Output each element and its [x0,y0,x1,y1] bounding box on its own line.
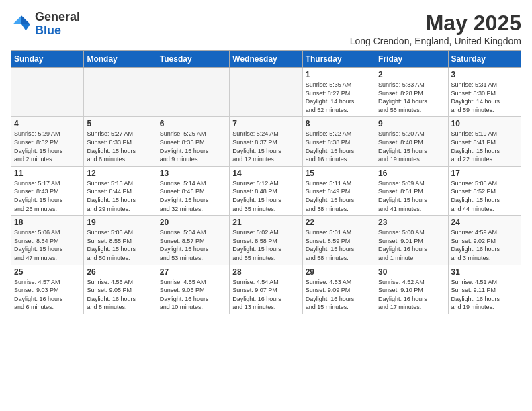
calendar-week-row: 18Sunrise: 5:06 AM Sunset: 8:54 PM Dayli… [11,216,521,265]
day-number: 23 [378,218,445,227]
calendar-cell [157,68,229,117]
day-info: Sunrise: 4:56 AM Sunset: 9:05 PM Dayligh… [87,278,153,312]
svg-marker-2 [13,15,21,24]
calendar-week-row: 25Sunrise: 4:57 AM Sunset: 9:03 PM Dayli… [11,265,521,314]
day-info: Sunrise: 4:55 AM Sunset: 9:06 PM Dayligh… [160,278,226,312]
day-info: Sunrise: 5:20 AM Sunset: 8:40 PM Dayligh… [378,130,445,163]
calendar-cell: 29Sunrise: 4:53 AM Sunset: 9:09 PM Dayli… [302,265,375,314]
day-number: 22 [306,218,372,227]
day-info: Sunrise: 5:31 AM Sunset: 8:30 PM Dayligh… [451,81,518,114]
day-info: Sunrise: 5:14 AM Sunset: 8:46 PM Dayligh… [160,179,226,213]
day-info: Sunrise: 5:24 AM Sunset: 8:37 PM Dayligh… [232,130,299,163]
day-number: 30 [378,267,445,277]
weekday-header: Monday [84,51,157,68]
calendar-cell: 18Sunrise: 5:06 AM Sunset: 8:54 PM Dayli… [11,216,84,265]
day-number: 16 [378,169,445,178]
day-number: 7 [232,119,299,128]
day-number: 24 [451,218,518,227]
weekday-header: Sunday [11,51,84,68]
calendar-cell: 17Sunrise: 5:08 AM Sunset: 8:52 PM Dayli… [448,166,521,215]
calendar-week-row: 4Sunrise: 5:29 AM Sunset: 8:32 PM Daylig… [11,117,521,166]
day-number: 10 [451,119,518,128]
page-header: General Blue May 2025 Long Crendon, Engl… [11,11,521,46]
calendar-cell: 30Sunrise: 4:52 AM Sunset: 9:10 PM Dayli… [375,265,448,314]
day-info: Sunrise: 4:52 AM Sunset: 9:10 PM Dayligh… [378,278,445,312]
month-title: May 2025 [350,11,521,36]
day-number: 31 [451,267,518,277]
day-info: Sunrise: 4:59 AM Sunset: 9:02 PM Dayligh… [451,228,518,262]
day-number: 14 [232,169,299,178]
day-info: Sunrise: 5:11 AM Sunset: 8:49 PM Dayligh… [306,179,372,213]
calendar-cell: 20Sunrise: 5:04 AM Sunset: 8:57 PM Dayli… [157,216,229,265]
day-number: 29 [306,267,372,277]
day-info: Sunrise: 4:53 AM Sunset: 9:09 PM Dayligh… [306,278,372,312]
day-info: Sunrise: 5:04 AM Sunset: 8:57 PM Dayligh… [160,228,226,262]
day-info: Sunrise: 5:25 AM Sunset: 8:35 PM Dayligh… [160,130,226,163]
calendar-cell: 27Sunrise: 4:55 AM Sunset: 9:06 PM Dayli… [157,265,229,314]
calendar-cell: 15Sunrise: 5:11 AM Sunset: 8:49 PM Dayli… [302,166,375,215]
day-number: 18 [14,218,81,227]
day-info: Sunrise: 5:22 AM Sunset: 8:38 PM Dayligh… [306,130,372,163]
day-info: Sunrise: 5:00 AM Sunset: 9:01 PM Dayligh… [378,228,445,262]
day-number: 9 [378,119,445,128]
day-info: Sunrise: 5:19 AM Sunset: 8:41 PM Dayligh… [451,130,518,163]
calendar-cell [84,68,157,117]
day-info: Sunrise: 4:54 AM Sunset: 9:07 PM Dayligh… [232,278,299,312]
calendar-cell: 22Sunrise: 5:01 AM Sunset: 8:59 PM Dayli… [302,216,375,265]
calendar-cell: 23Sunrise: 5:00 AM Sunset: 9:01 PM Dayli… [375,216,448,265]
calendar-cell: 11Sunrise: 5:17 AM Sunset: 8:43 PM Dayli… [11,166,84,215]
calendar-cell: 24Sunrise: 4:59 AM Sunset: 9:02 PM Dayli… [448,216,521,265]
day-number: 6 [160,119,226,128]
day-info: Sunrise: 5:33 AM Sunset: 8:28 PM Dayligh… [378,81,445,114]
day-number: 27 [160,267,226,277]
day-info: Sunrise: 5:29 AM Sunset: 8:32 PM Dayligh… [14,130,81,163]
calendar-cell: 8Sunrise: 5:22 AM Sunset: 8:38 PM Daylig… [302,117,375,166]
weekday-header: Friday [375,51,448,68]
day-number: 2 [378,70,445,79]
day-number: 13 [160,169,226,178]
weekday-header: Wednesday [230,51,302,68]
day-number: 15 [306,169,372,178]
day-info: Sunrise: 5:05 AM Sunset: 8:55 PM Dayligh… [87,228,153,262]
location: Long Crendon, England, United Kingdom [350,36,521,46]
calendar-week-row: 1Sunrise: 5:35 AM Sunset: 8:27 PM Daylig… [11,68,521,117]
logo-icon [11,13,32,35]
weekday-header: Thursday [302,51,375,68]
day-number: 3 [451,70,518,79]
day-info: Sunrise: 5:12 AM Sunset: 8:48 PM Dayligh… [232,179,299,213]
calendar-cell: 25Sunrise: 4:57 AM Sunset: 9:03 PM Dayli… [11,265,84,314]
calendar-cell: 13Sunrise: 5:14 AM Sunset: 8:46 PM Dayli… [157,166,229,215]
day-info: Sunrise: 5:08 AM Sunset: 8:52 PM Dayligh… [451,179,518,213]
day-info: Sunrise: 5:15 AM Sunset: 8:44 PM Dayligh… [87,179,153,213]
calendar-cell: 28Sunrise: 4:54 AM Sunset: 9:07 PM Dayli… [230,265,302,314]
day-number: 11 [14,169,81,178]
day-number: 8 [306,119,372,128]
svg-marker-1 [21,24,30,31]
day-number: 19 [87,218,153,227]
day-number: 28 [232,267,299,277]
calendar-cell: 1Sunrise: 5:35 AM Sunset: 8:27 PM Daylig… [302,68,375,117]
day-number: 1 [306,70,372,79]
calendar-header-row: SundayMondayTuesdayWednesdayThursdayFrid… [11,51,521,68]
day-info: Sunrise: 5:17 AM Sunset: 8:43 PM Dayligh… [14,179,81,213]
calendar-cell [11,68,84,117]
day-number: 20 [160,218,226,227]
day-number: 17 [451,169,518,178]
day-info: Sunrise: 4:51 AM Sunset: 9:11 PM Dayligh… [451,278,518,312]
calendar-cell: 7Sunrise: 5:24 AM Sunset: 8:37 PM Daylig… [230,117,302,166]
calendar-cell [230,68,302,117]
calendar-cell: 3Sunrise: 5:31 AM Sunset: 8:30 PM Daylig… [448,68,521,117]
day-info: Sunrise: 5:02 AM Sunset: 8:58 PM Dayligh… [232,228,299,262]
calendar-cell: 26Sunrise: 4:56 AM Sunset: 9:05 PM Dayli… [84,265,157,314]
logo-text: General Blue [35,11,80,38]
day-number: 4 [14,119,81,128]
svg-marker-0 [21,15,30,24]
calendar-cell: 14Sunrise: 5:12 AM Sunset: 8:48 PM Dayli… [230,166,302,215]
day-number: 12 [87,169,153,178]
calendar-cell: 19Sunrise: 5:05 AM Sunset: 8:55 PM Dayli… [84,216,157,265]
logo: General Blue [11,11,80,38]
calendar-cell: 9Sunrise: 5:20 AM Sunset: 8:40 PM Daylig… [375,117,448,166]
weekday-header: Saturday [448,51,521,68]
calendar-cell: 6Sunrise: 5:25 AM Sunset: 8:35 PM Daylig… [157,117,229,166]
title-block: May 2025 Long Crendon, England, United K… [350,11,521,46]
